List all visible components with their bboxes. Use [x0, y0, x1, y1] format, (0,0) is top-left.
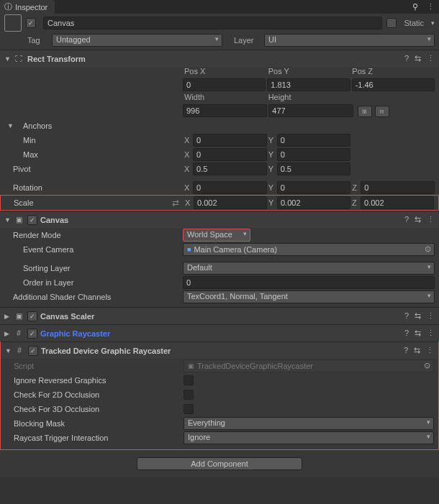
component-menu-icon[interactable]: ⋮: [427, 311, 435, 321]
pivot-y-input[interactable]: [277, 162, 351, 175]
blueprint-mode-button[interactable]: ⊞: [358, 106, 372, 117]
canvas-scaler-icon: ▣: [13, 311, 24, 322]
pos-x-input[interactable]: [183, 78, 266, 91]
tab-title: Inspector: [15, 3, 47, 12]
height-input[interactable]: [268, 104, 353, 117]
event-camera-label: Event Camera: [13, 245, 183, 254]
game-object-icon[interactable]: [4, 14, 22, 32]
canvas-scaler-title: Canvas Scaler: [40, 312, 404, 321]
rotation-x-input[interactable]: [193, 181, 267, 194]
sorting-layer-dropdown[interactable]: Default: [183, 262, 435, 275]
lock-icon[interactable]: ⚲: [412, 2, 418, 12]
camera-icon: ■: [187, 246, 191, 253]
canvas-header[interactable]: ▼ ▣ ✓ Canvas ? ⇆ ⋮: [0, 211, 439, 228]
component-menu-icon[interactable]: ⋮: [427, 329, 435, 338]
canvas-scaler-enabled-checkbox[interactable]: ✓: [27, 311, 37, 321]
object-header: ✓ Static ▾: [0, 14, 439, 32]
render-mode-dropdown[interactable]: World Space: [183, 229, 250, 242]
preset-icon[interactable]: ⇆: [415, 311, 421, 321]
ignore-reversed-label: Ignore Reversed Graphics: [14, 376, 184, 385]
anchor-max-y-input[interactable]: [277, 148, 351, 161]
width-input[interactable]: [183, 104, 267, 117]
shader-channels-label: Additional Shader Channels: [13, 293, 183, 301]
component-menu-icon[interactable]: ⋮: [427, 54, 435, 63]
scale-x-input[interactable]: [194, 196, 267, 209]
graphic-raycaster-icon: #: [13, 328, 24, 339]
inspector-tab[interactable]: ⓘ Inspector: [0, 0, 55, 14]
order-in-layer-label: Order in Layer: [13, 278, 183, 287]
script-label: Script: [14, 362, 184, 370]
active-checkbox[interactable]: ✓: [26, 18, 36, 28]
preset-icon[interactable]: ⇆: [414, 346, 420, 355]
foldout-icon: ▼: [5, 347, 12, 354]
ignore-reversed-checkbox[interactable]: [184, 375, 194, 385]
scale-label: Scale ⇄: [14, 198, 184, 208]
help-icon[interactable]: ?: [404, 346, 408, 355]
pivot-label: Pivot: [13, 165, 183, 173]
component-menu-icon[interactable]: ⋮: [427, 215, 435, 224]
tag-dropdown[interactable]: Untagged: [52, 34, 222, 47]
graphic-raycaster-header[interactable]: ▶ # ✓ Graphic Raycaster ? ⇆ ⋮: [0, 324, 439, 342]
foldout-icon: ▼: [4, 55, 12, 63]
scale-z-input[interactable]: [361, 196, 434, 209]
script-field: ▣ TrackedDeviceGraphicRaycaster: [184, 359, 434, 372]
object-name-input[interactable]: [43, 17, 382, 29]
pos-x-label: Pos X: [183, 67, 267, 78]
pos-z-input[interactable]: [352, 78, 435, 91]
constrain-scale-icon[interactable]: ⇄: [172, 198, 179, 208]
static-dropdown-arrow[interactable]: ▾: [431, 19, 435, 27]
help-icon[interactable]: ?: [404, 329, 409, 338]
preset-icon[interactable]: ⇆: [415, 54, 421, 63]
anchor-min-x-input[interactable]: [193, 134, 267, 147]
help-icon[interactable]: ?: [404, 311, 409, 321]
check-2d-checkbox[interactable]: [184, 390, 194, 400]
blocking-mask-label: Blocking Mask: [14, 419, 184, 428]
info-icon: ⓘ: [4, 1, 12, 12]
tab-bar: ⓘ Inspector ⚲ ⋮: [0, 0, 439, 14]
preset-icon[interactable]: ⇆: [415, 329, 421, 338]
order-in-layer-input[interactable]: [183, 276, 435, 289]
help-icon[interactable]: ?: [404, 215, 409, 224]
sorting-layer-label: Sorting Layer: [13, 264, 183, 272]
tracked-raycaster-title: Tracked Device Graphic Raycaster: [41, 347, 404, 355]
check-3d-checkbox[interactable]: [184, 404, 194, 414]
pos-z-label: Pos Z: [350, 67, 435, 78]
pos-y-input[interactable]: [267, 78, 350, 91]
tracked-raycaster-enabled-checkbox[interactable]: ✓: [28, 346, 38, 356]
rect-transform-title: Rect Transform: [27, 55, 404, 63]
pivot-x-input[interactable]: [193, 162, 267, 175]
tracked-raycaster-header[interactable]: ▼ # ✓ Tracked Device Graphic Raycaster ?…: [1, 342, 438, 359]
rect-transform-body: Pos X Pos Y Pos Z Width Height ⊞ R: [0, 67, 439, 211]
layer-dropdown[interactable]: UI: [264, 34, 435, 47]
scale-y-input[interactable]: [277, 196, 350, 209]
graphic-raycaster-title: Graphic Raycaster: [40, 329, 404, 338]
foldout-icon: ▶: [4, 313, 12, 320]
rect-transform-header[interactable]: ▼ ⛶ Rect Transform ? ⇆ ⋮: [0, 50, 439, 67]
tab-menu-icon[interactable]: ⋮: [427, 2, 435, 12]
canvas-enabled-checkbox[interactable]: ✓: [27, 215, 37, 225]
anchors-foldout-icon[interactable]: ▼: [7, 122, 14, 129]
help-icon[interactable]: ?: [404, 54, 409, 63]
preset-icon[interactable]: ⇆: [415, 215, 421, 224]
layer-label: Layer: [234, 36, 260, 45]
foldout-icon: ▶: [4, 330, 12, 337]
static-checkbox[interactable]: [386, 18, 397, 28]
canvas-scaler-header[interactable]: ▶ ▣ ✓ Canvas Scaler ? ⇆ ⋮: [0, 307, 439, 324]
raw-edit-button[interactable]: R: [375, 106, 389, 117]
static-label: Static: [404, 19, 424, 27]
shader-channels-dropdown[interactable]: TexCoord1, Normal, Tangent: [183, 290, 435, 303]
check-3d-label: Check For 3D Occlusion: [14, 405, 184, 413]
anchor-min-y-input[interactable]: [277, 134, 351, 147]
add-component-button[interactable]: Add Component: [137, 457, 302, 470]
rotation-y-input[interactable]: [277, 181, 351, 194]
graphic-raycaster-enabled-checkbox[interactable]: ✓: [27, 329, 37, 339]
rotation-z-input[interactable]: [361, 181, 435, 194]
anchors-label: Anchors: [16, 122, 52, 130]
script-icon: #: [14, 345, 25, 357]
component-menu-icon[interactable]: ⋮: [426, 346, 434, 355]
blocking-mask-dropdown[interactable]: Everything: [184, 417, 434, 430]
raycast-trigger-dropdown[interactable]: Ignore: [184, 431, 434, 444]
event-camera-field[interactable]: ■ Main Camera (Camera): [183, 243, 435, 256]
rotation-label: Rotation: [13, 183, 183, 192]
anchor-max-x-input[interactable]: [193, 148, 267, 161]
